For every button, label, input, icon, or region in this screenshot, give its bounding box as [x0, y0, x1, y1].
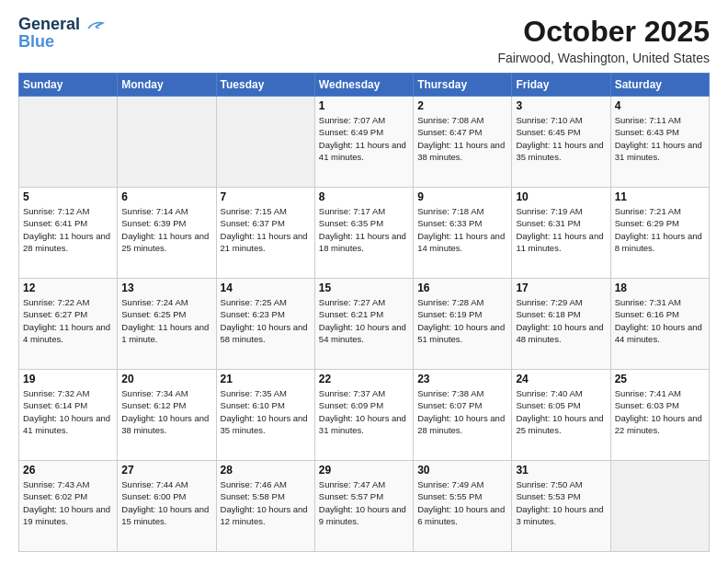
calendar-cell: 27Sunrise: 7:44 AMSunset: 6:00 PMDayligh…	[118, 461, 216, 552]
day-number: 27	[121, 464, 211, 477]
day-number: 22	[319, 373, 409, 385]
calendar-cell: 4Sunrise: 7:11 AMSunset: 6:43 PMDaylight…	[610, 97, 709, 188]
day-number: 18	[615, 282, 705, 294]
calendar-cell: 8Sunrise: 7:17 AMSunset: 6:35 PMDaylight…	[314, 188, 413, 279]
day-number: 28	[221, 464, 311, 477]
day-info: Sunrise: 7:47 AMSunset: 5:57 PMDaylight:…	[319, 478, 409, 527]
day-number: 25	[615, 373, 705, 385]
day-info: Sunrise: 7:41 AMSunset: 6:03 PMDaylight:…	[615, 387, 705, 436]
logo-text: General	[18, 15, 105, 34]
day-number: 31	[516, 464, 606, 477]
day-number: 14	[221, 282, 311, 294]
day-info: Sunrise: 7:32 AMSunset: 6:14 PMDaylight:…	[23, 387, 113, 436]
calendar-cell: 3Sunrise: 7:10 AMSunset: 6:45 PMDaylight…	[512, 97, 610, 188]
calendar-header-row: SundayMondayTuesdayWednesdayThursdayFrid…	[19, 74, 710, 97]
calendar-cell: 15Sunrise: 7:27 AMSunset: 6:21 PMDayligh…	[314, 279, 413, 370]
day-info: Sunrise: 7:08 AMSunset: 6:47 PMDaylight:…	[417, 114, 507, 163]
day-number: 17	[516, 282, 606, 294]
day-info: Sunrise: 7:34 AMSunset: 6:12 PMDaylight:…	[121, 387, 211, 436]
day-number: 23	[417, 373, 507, 385]
day-number: 6	[121, 190, 211, 203]
day-number: 30	[417, 464, 507, 477]
day-number: 20	[121, 373, 211, 385]
day-info: Sunrise: 7:25 AMSunset: 6:23 PMDaylight:…	[221, 296, 311, 345]
logo-bird-icon	[86, 19, 105, 32]
calendar-cell: 13Sunrise: 7:24 AMSunset: 6:25 PMDayligh…	[118, 279, 216, 370]
day-number: 12	[23, 282, 113, 294]
day-number: 2	[417, 99, 507, 112]
calendar-cell	[216, 97, 314, 188]
weekday-header-thursday: Thursday	[414, 74, 512, 97]
calendar-cell: 9Sunrise: 7:18 AMSunset: 6:33 PMDaylight…	[414, 188, 512, 279]
day-info: Sunrise: 7:40 AMSunset: 6:05 PMDaylight:…	[516, 387, 606, 436]
calendar-cell: 12Sunrise: 7:22 AMSunset: 6:27 PMDayligh…	[19, 279, 118, 370]
day-number: 26	[23, 464, 113, 477]
calendar-cell: 29Sunrise: 7:47 AMSunset: 5:57 PMDayligh…	[314, 461, 413, 552]
calendar-cell: 18Sunrise: 7:31 AMSunset: 6:16 PMDayligh…	[610, 279, 709, 370]
day-info: Sunrise: 7:44 AMSunset: 6:00 PMDaylight:…	[121, 478, 211, 527]
weekday-header-wednesday: Wednesday	[314, 74, 413, 97]
day-number: 1	[319, 99, 409, 112]
day-info: Sunrise: 7:17 AMSunset: 6:35 PMDaylight:…	[319, 205, 409, 254]
weekday-header-monday: Monday	[118, 74, 216, 97]
day-info: Sunrise: 7:11 AMSunset: 6:43 PMDaylight:…	[615, 114, 705, 163]
weekday-header-tuesday: Tuesday	[216, 74, 314, 97]
day-info: Sunrise: 7:07 AMSunset: 6:49 PMDaylight:…	[319, 114, 409, 163]
day-info: Sunrise: 7:28 AMSunset: 6:19 PMDaylight:…	[417, 296, 507, 345]
day-info: Sunrise: 7:38 AMSunset: 6:07 PMDaylight:…	[417, 387, 507, 436]
calendar-cell: 19Sunrise: 7:32 AMSunset: 6:14 PMDayligh…	[19, 370, 118, 461]
day-info: Sunrise: 7:31 AMSunset: 6:16 PMDaylight:…	[615, 296, 705, 345]
day-info: Sunrise: 7:29 AMSunset: 6:18 PMDaylight:…	[516, 296, 606, 345]
day-number: 21	[221, 373, 311, 385]
day-number: 16	[417, 282, 507, 294]
calendar-cell: 14Sunrise: 7:25 AMSunset: 6:23 PMDayligh…	[216, 279, 314, 370]
title-block: October 2025 Fairwood, Washington, Unite…	[497, 15, 710, 65]
calendar-cell	[610, 461, 709, 552]
calendar-cell: 16Sunrise: 7:28 AMSunset: 6:19 PMDayligh…	[414, 279, 512, 370]
day-info: Sunrise: 7:49 AMSunset: 5:55 PMDaylight:…	[417, 478, 507, 527]
calendar-cell: 24Sunrise: 7:40 AMSunset: 6:05 PMDayligh…	[512, 370, 610, 461]
day-info: Sunrise: 7:14 AMSunset: 6:39 PMDaylight:…	[121, 205, 211, 254]
calendar-week-row: 26Sunrise: 7:43 AMSunset: 6:02 PMDayligh…	[19, 461, 710, 552]
calendar-cell: 17Sunrise: 7:29 AMSunset: 6:18 PMDayligh…	[512, 279, 610, 370]
calendar-cell: 2Sunrise: 7:08 AMSunset: 6:47 PMDaylight…	[414, 97, 512, 188]
day-info: Sunrise: 7:15 AMSunset: 6:37 PMDaylight:…	[221, 205, 311, 254]
day-number: 13	[121, 282, 211, 294]
calendar-cell: 1Sunrise: 7:07 AMSunset: 6:49 PMDaylight…	[314, 97, 413, 188]
day-number: 4	[615, 99, 705, 112]
calendar-cell: 26Sunrise: 7:43 AMSunset: 6:02 PMDayligh…	[19, 461, 118, 552]
weekday-header-saturday: Saturday	[610, 74, 709, 97]
day-number: 8	[319, 190, 409, 203]
calendar-cell	[19, 97, 118, 188]
day-number: 10	[516, 190, 606, 203]
calendar-cell: 25Sunrise: 7:41 AMSunset: 6:03 PMDayligh…	[610, 370, 709, 461]
day-info: Sunrise: 7:27 AMSunset: 6:21 PMDaylight:…	[319, 296, 409, 345]
calendar-week-row: 19Sunrise: 7:32 AMSunset: 6:14 PMDayligh…	[19, 370, 710, 461]
header: General Blue October 2025 Fairwood, Wash…	[18, 15, 710, 65]
day-number: 15	[319, 282, 409, 294]
calendar-cell: 21Sunrise: 7:35 AMSunset: 6:10 PMDayligh…	[216, 370, 314, 461]
calendar-cell: 22Sunrise: 7:37 AMSunset: 6:09 PMDayligh…	[314, 370, 413, 461]
calendar-cell: 6Sunrise: 7:14 AMSunset: 6:39 PMDaylight…	[118, 188, 216, 279]
location: Fairwood, Washington, United States	[497, 51, 710, 65]
day-number: 9	[417, 190, 507, 203]
day-info: Sunrise: 7:50 AMSunset: 5:53 PMDaylight:…	[516, 478, 606, 527]
calendar-cell: 23Sunrise: 7:38 AMSunset: 6:07 PMDayligh…	[414, 370, 512, 461]
logo-blue: Blue	[18, 32, 54, 52]
month-title: October 2025	[497, 15, 710, 49]
day-number: 19	[23, 373, 113, 385]
calendar-cell: 31Sunrise: 7:50 AMSunset: 5:53 PMDayligh…	[512, 461, 610, 552]
day-number: 29	[319, 464, 409, 477]
logo: General Blue	[18, 15, 105, 52]
day-info: Sunrise: 7:22 AMSunset: 6:27 PMDaylight:…	[23, 296, 113, 345]
day-info: Sunrise: 7:12 AMSunset: 6:41 PMDaylight:…	[23, 205, 113, 254]
calendar-cell: 10Sunrise: 7:19 AMSunset: 6:31 PMDayligh…	[512, 188, 610, 279]
day-number: 5	[23, 190, 113, 203]
day-info: Sunrise: 7:19 AMSunset: 6:31 PMDaylight:…	[516, 205, 606, 254]
page: General Blue October 2025 Fairwood, Wash…	[0, 0, 728, 563]
calendar-cell: 7Sunrise: 7:15 AMSunset: 6:37 PMDaylight…	[216, 188, 314, 279]
day-info: Sunrise: 7:37 AMSunset: 6:09 PMDaylight:…	[319, 387, 409, 436]
day-info: Sunrise: 7:18 AMSunset: 6:33 PMDaylight:…	[417, 205, 507, 254]
calendar-cell: 5Sunrise: 7:12 AMSunset: 6:41 PMDaylight…	[19, 188, 118, 279]
day-number: 11	[615, 190, 705, 203]
